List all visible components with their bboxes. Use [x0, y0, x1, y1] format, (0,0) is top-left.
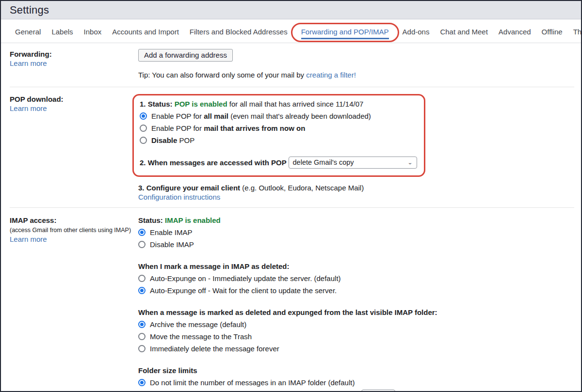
pop-option-all-mail-row: Enable POP for all mail (even mail that'…: [140, 111, 417, 121]
move-to-trash-row: Move the message to the Trash: [138, 331, 571, 342]
pop-option-from-now-label: Enable POP for mail that arrives from no…: [151, 123, 305, 133]
folder-limit-select[interactable]: 1,000 ⌄: [361, 390, 395, 392]
auto-expunge-on-row: Auto-Expunge on - Immediately update the…: [138, 273, 571, 283]
pop-q3-rest: (e.g. Outlook, Eudora, Netscape Mail): [240, 184, 364, 192]
radio-auto-expunge-off[interactable]: [138, 287, 146, 294]
forwarding-label: Forwarding:: [10, 49, 138, 59]
tab-accounts-and-import[interactable]: Accounts and Import: [107, 21, 184, 42]
limit-folders-row: Limit IMAP folders to contain no more th…: [138, 390, 571, 392]
no-limit-row: Do not limit the number of messages in a…: [138, 377, 571, 388]
radio-enable-pop-from-now-on[interactable]: [140, 125, 147, 132]
pop-learn-more-link[interactable]: Learn more: [10, 104, 47, 112]
folder-size-limits-group: Folder size limits Do not limit the numb…: [138, 365, 571, 392]
imap-disable-label: Disable IMAP: [150, 239, 194, 250]
imap-label-col: IMAP access: (access Gmail from other cl…: [10, 214, 138, 392]
pop-all-post: (even mail that's already been downloade…: [228, 112, 371, 120]
auto-expunge-off-row: Auto-Expunge off - Wait for the client t…: [138, 285, 571, 296]
pop-option-all-mail-label: Enable POP for all mail (even mail that'…: [151, 111, 371, 121]
radio-archive-message[interactable]: [138, 321, 146, 328]
tab-inbox[interactable]: Inbox: [79, 21, 107, 42]
imap-disable-row: Disable IMAP: [138, 239, 571, 250]
page-title: Settings: [10, 4, 49, 16]
pop-configuration-instructions-link[interactable]: Configuration instructions: [138, 193, 220, 201]
tab-offline[interactable]: Offline: [536, 21, 568, 42]
imap-learn-more-link[interactable]: Learn more: [10, 235, 47, 243]
tab-themes[interactable]: Themes: [568, 21, 582, 42]
pop-status-number: 1. Status:: [140, 100, 175, 108]
pop-status-value: POP is enabled: [175, 100, 227, 108]
forwarding-section: Forwarding: Learn more Add a forwarding …: [1, 43, 581, 87]
pop-all-bold: all mail: [204, 112, 228, 120]
pop-option-from-now-row: Enable POP for mail that arrives from no…: [140, 123, 417, 133]
archive-message-label: Archive the message (default): [150, 319, 246, 329]
pop-status-rest: for all mail that has arrived since 11/1…: [227, 100, 364, 108]
imap-status-group: Status: IMAP is enabled Enable IMAP Disa…: [138, 215, 571, 250]
radio-move-to-trash[interactable]: [138, 333, 146, 340]
imap-content-col: Status: IMAP is enabled Enable IMAP Disa…: [138, 214, 571, 392]
pop-q2-line: 2. When messages are accessed with POP d…: [140, 157, 417, 169]
pop-option-disable-row: Disable POP: [140, 135, 417, 145]
imap-status-value: IMAP is enabled: [165, 216, 221, 224]
settings-titlebar: Settings: [1, 1, 581, 19]
imap-access-section: IMAP access: (access Gmail from other cl…: [1, 208, 581, 392]
forwarding-tip: Tip: You can also forward only some of y…: [138, 70, 571, 80]
auto-expunge-off-label: Auto-Expunge off - Wait for the client t…: [150, 285, 337, 296]
imap-status-bold: Status:: [138, 216, 165, 224]
archive-message-row: Archive the message (default): [138, 319, 571, 329]
radio-enable-imap[interactable]: [138, 229, 146, 236]
imap-deleted-group: When I mark a message in IMAP as deleted…: [138, 261, 571, 296]
radio-disable-pop[interactable]: [140, 137, 147, 144]
imap-access-label: IMAP access:: [10, 215, 138, 225]
pop-label-col: POP download: Learn more: [10, 93, 138, 202]
chevron-down-icon: ⌄: [407, 158, 413, 167]
pop-disable-post: POP: [177, 136, 194, 144]
pop-all-pre: Enable POP for: [151, 112, 204, 120]
pop-q3-line: 3. Configure your email client (e.g. Out…: [138, 183, 571, 193]
creating-a-filter-link[interactable]: creating a filter!: [306, 71, 356, 79]
tab-advanced[interactable]: Advanced: [493, 21, 536, 42]
imap-status-line: Status: IMAP is enabled: [138, 215, 571, 225]
radio-disable-imap[interactable]: [138, 241, 146, 248]
imap-enable-label: Enable IMAP: [150, 227, 193, 237]
folder-size-limits-heading: Folder size limits: [138, 365, 571, 376]
no-limit-label: Do not limit the number of messages in a…: [150, 377, 355, 388]
auto-expunge-on-label: Auto-Expunge on - Immediately update the…: [150, 273, 341, 283]
forwarding-tip-text: Tip: You can also forward only some of y…: [138, 71, 306, 79]
imap-deleted-heading: When I mark a message in IMAP as deleted…: [138, 261, 571, 271]
tab-forwarding-and-pop-imap[interactable]: Forwarding and POP/IMAP: [296, 21, 394, 42]
radio-auto-expunge-on[interactable]: [138, 275, 146, 282]
pop-action-selected-value: delete Gmail's copy: [293, 157, 354, 168]
tab-chat-and-meet[interactable]: Chat and Meet: [435, 21, 493, 42]
pop-now-pre: Enable POP for: [151, 124, 204, 132]
move-to-trash-label: Move the message to the Trash: [150, 331, 252, 342]
tab-add-ons[interactable]: Add-ons: [397, 21, 435, 42]
settings-tabbar: General Labels Inbox Accounts and Import…: [1, 19, 581, 43]
forwarding-learn-more-link[interactable]: Learn more: [10, 59, 47, 67]
pop-action-select[interactable]: delete Gmail's copy ⌄: [289, 157, 417, 169]
pop-status-line: 1. Status: POP is enabled for all mail t…: [140, 99, 417, 109]
pop-disable-bold: Disable: [151, 136, 177, 144]
pop-now-bold: mail that arrives from now on: [204, 124, 305, 132]
imap-expunged-group: When a message is marked as deleted and …: [138, 307, 571, 354]
delete-forever-row: Immediately delete the message forever: [138, 344, 571, 354]
settings-window: Settings General Labels Inbox Accounts a…: [0, 0, 582, 392]
radio-delete-forever[interactable]: [138, 345, 146, 352]
imap-expunged-heading: When a message is marked as deleted and …: [138, 307, 571, 317]
forwarding-label-col: Forwarding: Learn more: [10, 48, 138, 80]
pop-content-col: 1. Status: POP is enabled for all mail t…: [138, 93, 571, 202]
selected-tab-annotation-wrap: Forwarding and POP/IMAP: [293, 21, 397, 42]
tab-labels[interactable]: Labels: [46, 21, 78, 42]
tab-general[interactable]: General: [10, 21, 46, 42]
red-box-annotation: 1. Status: POP is enabled for all mail t…: [132, 94, 425, 177]
add-forwarding-address-button[interactable]: Add a forwarding address: [138, 49, 233, 62]
pop-download-section: POP download: Learn more 1. Status: POP …: [1, 87, 581, 207]
pop-download-label: POP download:: [10, 94, 138, 104]
pop-option-disable-label: Disable POP: [151, 135, 194, 145]
radio-no-folder-limit[interactable]: [138, 379, 146, 386]
pop-q3-bold: 3. Configure your email client: [138, 184, 240, 192]
tab-filters-and-blocked-addresses[interactable]: Filters and Blocked Addresses: [184, 21, 293, 42]
pop-q2-label: 2. When messages are accessed with POP: [140, 157, 289, 168]
delete-forever-label: Immediately delete the message forever: [150, 344, 279, 354]
radio-enable-pop-all-mail[interactable]: [140, 112, 147, 120]
imap-enable-row: Enable IMAP: [138, 227, 571, 237]
